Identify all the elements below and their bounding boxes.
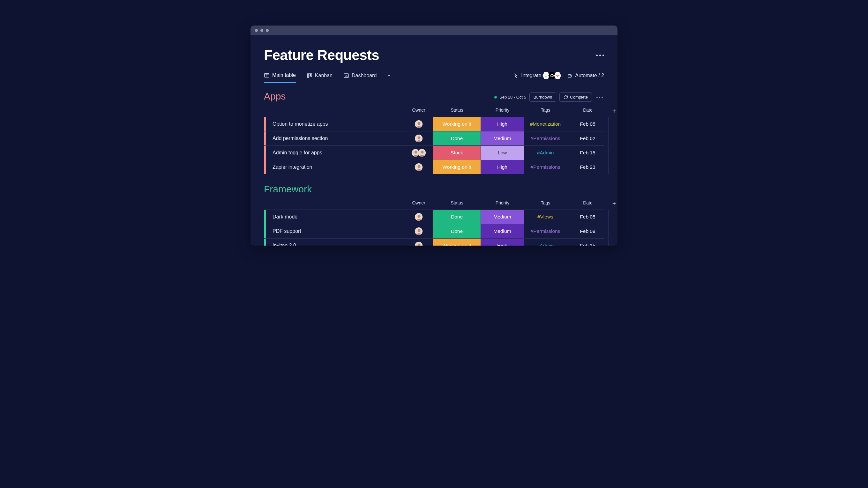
window-titlebar bbox=[250, 26, 618, 35]
add-view-button[interactable]: + bbox=[388, 73, 390, 82]
owner-cell[interactable] bbox=[404, 146, 433, 160]
column-header[interactable]: Tags bbox=[524, 107, 567, 115]
tag-cell[interactable]: #Monetization bbox=[524, 117, 567, 131]
priority-cell[interactable]: Medium bbox=[481, 224, 524, 238]
avatar[interactable] bbox=[414, 120, 423, 128]
avatar[interactable] bbox=[418, 149, 426, 157]
date-range: Sep 28 - Oct 5 bbox=[494, 95, 526, 99]
tag-cell[interactable]: #Admin bbox=[524, 238, 567, 246]
page-more-button[interactable] bbox=[596, 55, 604, 56]
table-row[interactable]: Admin toggle for apps Stuck Low #Admin F… bbox=[264, 145, 604, 160]
priority-cell[interactable]: High bbox=[481, 238, 524, 246]
status-cell[interactable]: Done bbox=[433, 224, 481, 238]
svg-point-17 bbox=[417, 136, 420, 139]
owner-cell[interactable] bbox=[404, 224, 433, 238]
item-name-cell[interactable]: Zapier integration bbox=[266, 160, 404, 174]
item-name-cell[interactable]: Add permissions section bbox=[266, 131, 404, 145]
date-cell[interactable]: Feb 15 bbox=[567, 238, 609, 246]
tag-cell[interactable]: #Admin bbox=[524, 146, 567, 160]
avatar[interactable] bbox=[414, 227, 423, 235]
tag-cell[interactable]: #Views bbox=[524, 210, 567, 224]
status-cell[interactable]: Stuck bbox=[433, 146, 481, 160]
status-cell[interactable]: Working on it bbox=[433, 238, 481, 246]
status-cell[interactable]: Done bbox=[433, 210, 481, 224]
status-cell[interactable]: Working on it bbox=[433, 160, 481, 174]
add-column-button[interactable]: + bbox=[609, 200, 618, 208]
date-cell[interactable]: Feb 09 bbox=[567, 224, 609, 238]
column-header[interactable]: Status bbox=[433, 107, 481, 115]
page-title: Feature Requests bbox=[264, 47, 379, 63]
owner-cell[interactable] bbox=[404, 160, 433, 174]
item-name-cell[interactable]: PDF support bbox=[266, 224, 404, 238]
table-row[interactable]: PDF support Done Medium #Permissions Feb… bbox=[264, 224, 604, 238]
column-headers: Owner Status Priority Tags Date + bbox=[264, 107, 604, 115]
table-row[interactable]: Zapier integration Working on it High #P… bbox=[264, 160, 604, 174]
column-header[interactable]: Date bbox=[567, 200, 609, 208]
date-cell[interactable]: Feb 02 bbox=[567, 131, 609, 145]
tab-main-table[interactable]: Main table bbox=[264, 72, 296, 83]
svg-point-23 bbox=[417, 165, 420, 168]
group-title[interactable]: Framework bbox=[264, 184, 312, 195]
tab-kanban[interactable]: Kanban bbox=[307, 73, 333, 82]
complete-button[interactable]: Complete bbox=[559, 93, 592, 102]
avatar[interactable] bbox=[414, 134, 423, 142]
group-stripe bbox=[264, 238, 266, 246]
table-row[interactable]: Invitee 2.0 Working on it High #Admin Fe… bbox=[264, 238, 604, 246]
group-block: Framework Owner Status Priority Tags Dat… bbox=[264, 184, 604, 246]
table-row[interactable]: Option to monetize apps Working on it Hi… bbox=[264, 117, 604, 131]
integration-badges bbox=[544, 72, 561, 79]
date-cell[interactable]: Feb 23 bbox=[567, 160, 609, 174]
status-cell[interactable]: Done bbox=[433, 131, 481, 145]
column-header[interactable]: Priority bbox=[481, 200, 524, 208]
status-cell[interactable]: Working on it bbox=[433, 117, 481, 131]
window-dot bbox=[260, 29, 263, 32]
table-icon bbox=[264, 72, 270, 78]
row-end bbox=[609, 238, 618, 246]
avatar[interactable] bbox=[414, 241, 423, 246]
priority-cell[interactable]: Low bbox=[481, 146, 524, 160]
priority-cell[interactable]: Medium bbox=[481, 131, 524, 145]
gitlab-icon bbox=[554, 72, 561, 79]
tab-dashboard[interactable]: Dashboard bbox=[343, 73, 377, 82]
owner-cell[interactable] bbox=[404, 238, 433, 246]
row-end bbox=[609, 160, 618, 174]
tag-cell[interactable]: #Permissions bbox=[524, 160, 567, 174]
item-name-cell[interactable]: Admin toggle for apps bbox=[266, 146, 404, 160]
column-header[interactable]: Status bbox=[433, 200, 481, 208]
tag-cell[interactable]: #Permissions bbox=[524, 224, 567, 238]
column-header[interactable]: Owner bbox=[404, 200, 433, 208]
date-cell[interactable]: Feb 15 bbox=[567, 146, 609, 160]
date-cell[interactable]: Feb 05 bbox=[567, 210, 609, 224]
owner-cell[interactable] bbox=[404, 117, 433, 131]
avatar[interactable] bbox=[414, 213, 423, 221]
burndown-button[interactable]: Burndown bbox=[529, 93, 557, 102]
integrate-button[interactable]: Integrate bbox=[513, 72, 561, 79]
item-name-cell[interactable]: Dark mode bbox=[266, 210, 404, 224]
group-more-button[interactable] bbox=[595, 97, 604, 98]
priority-cell[interactable]: Medium bbox=[481, 210, 524, 224]
automate-button[interactable]: Automate / 2 bbox=[567, 73, 604, 78]
column-header[interactable]: Date bbox=[567, 107, 609, 115]
avatar[interactable] bbox=[414, 163, 423, 171]
owner-cell[interactable] bbox=[404, 210, 433, 224]
svg-rect-3 bbox=[307, 74, 309, 77]
date-cell[interactable]: Feb 05 bbox=[567, 117, 609, 131]
svg-point-12 bbox=[570, 75, 571, 76]
owner-cell[interactable] bbox=[404, 131, 433, 145]
column-header[interactable]: Owner bbox=[404, 107, 433, 115]
table-row[interactable]: Dark mode Done Medium #Views Feb 05 bbox=[264, 209, 604, 224]
view-tabbar: Main table Kanban Dashboard + bbox=[264, 72, 604, 83]
add-column-button[interactable]: + bbox=[609, 107, 618, 115]
item-name-cell[interactable]: Option to monetize apps bbox=[266, 117, 404, 131]
svg-point-15 bbox=[417, 122, 420, 125]
item-name-cell[interactable]: Invitee 2.0 bbox=[266, 238, 404, 246]
group-title[interactable]: Apps bbox=[264, 91, 286, 102]
priority-cell[interactable]: High bbox=[481, 160, 524, 174]
plug-icon bbox=[513, 73, 519, 78]
table-row[interactable]: Add permissions section Done Medium #Per… bbox=[264, 131, 604, 145]
window-dot bbox=[266, 29, 269, 32]
priority-cell[interactable]: High bbox=[481, 117, 524, 131]
tag-cell[interactable]: #Permissions bbox=[524, 131, 567, 145]
column-header[interactable]: Priority bbox=[481, 107, 524, 115]
column-header[interactable]: Tags bbox=[524, 200, 567, 208]
